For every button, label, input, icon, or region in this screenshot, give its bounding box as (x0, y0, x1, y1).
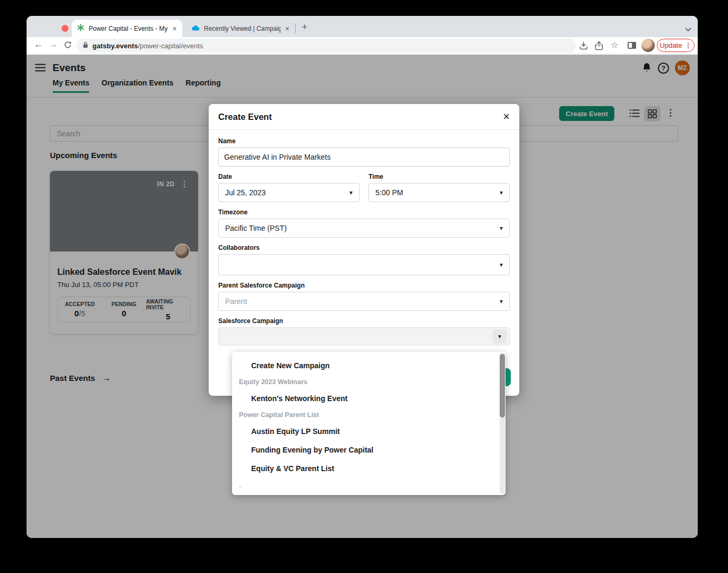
side-panel-icon[interactable] (628, 42, 636, 49)
parent-campaign-label: Parent Salesforce Campaign (218, 282, 510, 289)
share-icon[interactable] (595, 41, 603, 53)
chevron-down-icon[interactable] (685, 24, 691, 34)
date-value: Jul 25, 2023 (225, 188, 265, 197)
dropdown-group-header: Power Capital Parent List (232, 407, 506, 422)
tab-title: Power Capital - Events - My Ev (89, 25, 168, 32)
salesforce-campaign-select[interactable]: ▾ (218, 327, 510, 345)
tab-close-icon[interactable]: × (285, 25, 289, 32)
salesforce-campaign-label: Salesforce Campaign (218, 317, 510, 325)
parent-campaign-placeholder: Parent (225, 297, 247, 306)
select-arrow-button[interactable]: ▾ (493, 329, 507, 343)
salesforce-cloud-favicon-icon (191, 25, 200, 32)
date-label: Date (218, 173, 359, 180)
back-button[interactable]: ← (34, 39, 43, 50)
dropdown-option[interactable]: Austin Equity LP Summit (232, 422, 506, 440)
url-path: /power-capital/events (138, 42, 203, 50)
browser-profile-avatar[interactable] (641, 39, 655, 52)
asterisk-favicon-icon (77, 24, 84, 33)
dropdown-option[interactable]: - (232, 478, 506, 495)
kebab-menu-icon: ⋮ (684, 41, 691, 49)
collaborators-label: Collaborators (218, 244, 510, 251)
field-parent-campaign: Parent Salesforce Campaign Parent ▾ (218, 282, 510, 311)
time-label: Time (369, 173, 510, 180)
field-row-date-time: Date Jul 25, 2023 ▾ Time 5:00 PM ▾ (218, 173, 510, 202)
timezone-value: Pacific Time (PST) (225, 224, 287, 232)
save-page-icon[interactable] (579, 41, 588, 53)
address-bar[interactable]: gatsby.events/power-capital/events (76, 39, 576, 53)
field-time: Time 5:00 PM ▾ (369, 173, 510, 202)
dropdown-option[interactable]: Kenton's Networking Event (232, 389, 506, 407)
tab-title: Recently Viewed | Campaigns | (204, 25, 281, 32)
modal-title: Create Event (218, 112, 272, 122)
tab-strip: Power Capital - Events - My Ev × Recentl… (27, 16, 698, 37)
close-icon[interactable]: × (503, 111, 510, 123)
dropdown-option-create-new[interactable]: Create New Campaign (232, 356, 506, 375)
dropdown-group-header: Equity 2023 Webinars (232, 375, 506, 389)
modal-body: Name Date Jul 25, 2023 ▾ Time (209, 130, 519, 345)
timezone-label: Timezone (218, 209, 510, 216)
bookmark-star-icon[interactable]: ☆ (611, 40, 618, 50)
chevron-down-icon: ▾ (500, 189, 503, 196)
field-date: Date Jul 25, 2023 ▾ (218, 173, 359, 202)
name-label: Name (218, 137, 510, 145)
chrome-update-button[interactable]: Update ⋮ (657, 39, 695, 52)
time-value: 5:00 PM (375, 188, 403, 197)
campaign-dropdown: Create New Campaign Equity 2023 Webinars… (232, 352, 506, 495)
field-timezone: Timezone Pacific Time (PST) ▾ (218, 209, 510, 238)
chevron-down-icon: ▾ (349, 189, 353, 196)
new-tab-button[interactable]: + (302, 21, 307, 33)
lock-icon (83, 41, 88, 50)
traffic-light-close[interactable] (62, 25, 68, 32)
chevron-down-icon: ▾ (500, 298, 503, 305)
date-select[interactable]: Jul 25, 2023 ▾ (218, 183, 359, 202)
collaborators-select[interactable]: ▾ (218, 254, 510, 275)
url-domain: gatsby.events (92, 42, 138, 50)
dropdown-scrollbar-thumb[interactable] (500, 354, 505, 418)
browser-tab-salesforce[interactable]: Recently Viewed | Campaigns | × (186, 20, 295, 37)
reload-button[interactable] (64, 41, 72, 51)
browser-window: Power Capital - Events - My Ev × Recentl… (27, 16, 698, 538)
chevron-down-icon: ▾ (500, 261, 503, 268)
modal-header: Create Event × (209, 104, 519, 130)
dropdown-option[interactable]: Equity & VC Parent List (232, 459, 506, 478)
field-salesforce-campaign: Salesforce Campaign ▾ (218, 317, 510, 345)
screenshot-stage: Power Capital - Events - My Ev × Recentl… (0, 0, 728, 573)
chevron-down-icon: ▾ (498, 333, 501, 340)
tab-separator (295, 23, 296, 33)
time-select[interactable]: 5:00 PM ▾ (369, 183, 510, 202)
forward-button[interactable]: → (49, 39, 58, 50)
browser-toolbar: ← → gatsby.events/power-capital/events ☆ (27, 37, 698, 54)
chevron-down-icon: ▾ (500, 224, 503, 232)
url-text: gatsby.events/power-capital/events (92, 42, 203, 50)
update-label: Update (660, 41, 682, 49)
dropdown-option[interactable]: Funding Evening by Power Capital (232, 440, 506, 459)
browser-tab-power-capital[interactable]: Power Capital - Events - My Ev × (72, 20, 182, 37)
timezone-select[interactable]: Pacific Time (PST) ▾ (218, 219, 510, 238)
field-collaborators: Collaborators ▾ (218, 244, 510, 275)
name-input[interactable] (218, 147, 510, 167)
parent-campaign-select[interactable]: Parent ▾ (218, 292, 510, 311)
field-name: Name (218, 137, 510, 167)
tab-close-icon[interactable]: × (173, 25, 177, 32)
app-viewport: Events My Events Organization Events Rep… (27, 55, 698, 538)
